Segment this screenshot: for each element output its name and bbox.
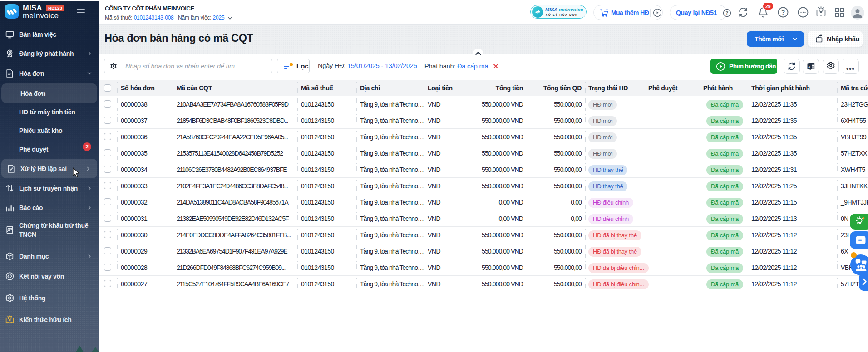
- svg-text:?: ?: [725, 10, 728, 15]
- svg-text:x: x: [808, 64, 810, 68]
- svg-text:?: ?: [781, 9, 785, 16]
